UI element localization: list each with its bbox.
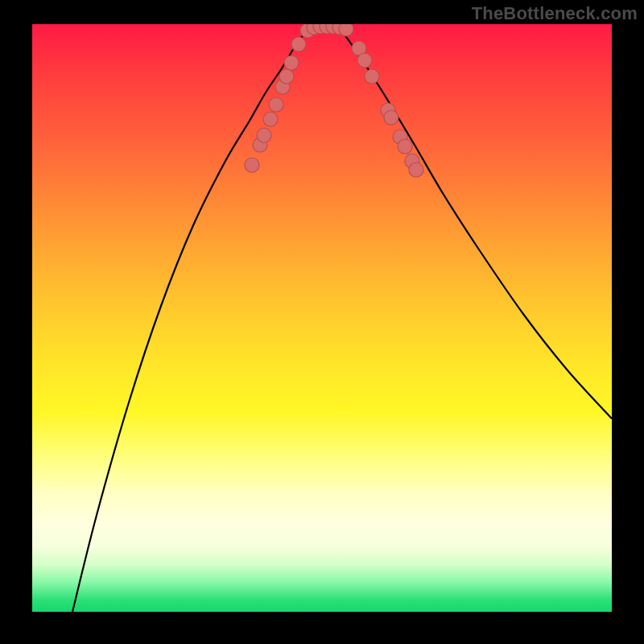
marker-dot: [409, 163, 423, 177]
marker-dot: [279, 69, 294, 84]
marker-dot: [269, 97, 283, 112]
watermark-text: TheBottleneck.com: [472, 3, 638, 24]
marker-dot: [365, 69, 379, 84]
marker-dot: [263, 112, 278, 126]
chart-svg: [32, 24, 612, 612]
v-curve-line: [72, 25, 612, 612]
marker-dot: [384, 110, 398, 125]
chart-container: TheBottleneck.com: [0, 0, 644, 644]
marker-dot: [245, 158, 259, 172]
marker-dot: [398, 139, 412, 154]
marker-dot: [339, 24, 353, 36]
marker-dot: [284, 56, 299, 70]
plot-area: [32, 24, 612, 612]
marker-dot: [257, 128, 271, 142]
marker-dot: [357, 53, 372, 68]
marker-group: [245, 24, 423, 177]
marker-dot: [291, 37, 306, 52]
